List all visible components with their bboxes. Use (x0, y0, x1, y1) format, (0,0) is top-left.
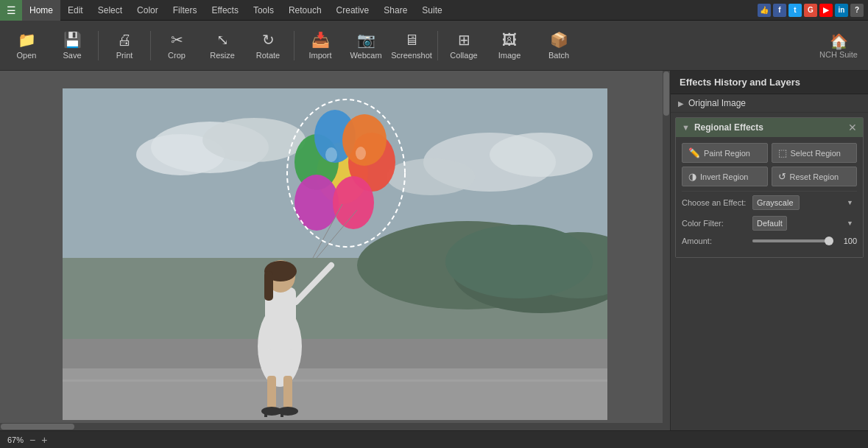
menu-effects[interactable]: Effects (204, 0, 245, 21)
reset-region-button[interactable]: ↺ Reset Region (772, 167, 858, 186)
panel-title: Effects History and Layers (671, 71, 868, 94)
open-icon: 📁 (18, 31, 36, 49)
save-button[interactable]: 💾 Save (50, 24, 94, 67)
color-filter-select-wrapper: Default Red Green Blue Yellow (752, 216, 857, 231)
select-region-button[interactable]: ⬚ Select Region (772, 143, 858, 163)
paint-region-button[interactable]: ✏️ Paint Region (682, 143, 768, 163)
image-button[interactable]: 🖼 Image (487, 24, 532, 67)
choose-effect-row: Choose an Effect: Grayscale Blur Sharpen… (682, 195, 857, 210)
canvas-horizontal-scrollbar[interactable] (0, 423, 663, 430)
toolbar-separator-2 (150, 31, 151, 60)
zoom-level: 67% (7, 435, 24, 444)
resize-button[interactable]: ⤡ Resize (200, 24, 244, 67)
menu-home[interactable]: Home (22, 0, 60, 21)
svg-point-6 (387, 158, 475, 195)
close-regional-effects-button[interactable]: ✕ (848, 122, 857, 133)
color-filter-label: Color Filter: (682, 219, 748, 228)
canvas-vertical-scrollbar[interactable] (663, 71, 670, 430)
twitter-icon[interactable]: t (788, 4, 802, 17)
svg-point-5 (490, 133, 593, 177)
collage-icon: ⊞ (458, 31, 470, 49)
import-button[interactable]: 📥 Import (298, 24, 342, 67)
crop-icon: ✂ (171, 31, 183, 49)
select-icon: ⬚ (778, 147, 787, 158)
webcam-button[interactable]: 📷 Webcam (344, 24, 388, 67)
zoom-minus-button[interactable]: − (29, 434, 35, 446)
divider (682, 191, 857, 192)
info-icon[interactable]: ? (850, 4, 864, 17)
linkedin-icon[interactable]: in (835, 4, 848, 17)
zoom-plus-button[interactable]: + (41, 434, 47, 446)
crop-button[interactable]: ✂ Crop (155, 24, 199, 67)
menu-filters[interactable]: Filters (166, 0, 205, 21)
menu-suite[interactable]: Suite (414, 0, 449, 21)
svg-point-37 (325, 147, 337, 162)
menu-select[interactable]: Select (91, 0, 130, 21)
collage-label: Collage (450, 51, 477, 60)
menubar-right: 👍 f t G ▶ in ? (758, 4, 868, 17)
thumbs-up-icon[interactable]: 👍 (758, 4, 771, 17)
paint-region-label: Paint Region (704, 149, 750, 158)
rotate-icon: ↻ (262, 31, 275, 49)
svg-point-33 (333, 176, 374, 229)
nch-suite-area: 🏠 NCH Suite (814, 29, 864, 62)
amount-label: Amount: (682, 237, 748, 245)
menu-edit[interactable]: Edit (60, 0, 91, 21)
regional-effects-title: Regional Effects (694, 122, 763, 133)
hamburger-menu[interactable]: ☰ (0, 0, 22, 21)
svg-rect-13 (63, 368, 607, 420)
facebook-icon[interactable]: f (773, 4, 786, 17)
invert-icon: ◑ (688, 171, 696, 182)
google-icon[interactable]: G (804, 4, 817, 17)
toolbar-separator-1 (98, 31, 99, 60)
menu-bar: ☰ Home Edit Select Color Filters Effects… (0, 0, 868, 21)
expand-arrow-icon: ▶ (678, 99, 684, 108)
open-button[interactable]: 📁 Open (4, 24, 49, 67)
svg-point-3 (202, 118, 306, 162)
screenshot-button[interactable]: 🖥 Screenshot (389, 24, 434, 67)
amount-slider-fill (752, 239, 832, 242)
hamburger-icon: ☰ (7, 4, 16, 16)
open-label: Open (17, 51, 37, 60)
svg-rect-21 (267, 376, 276, 409)
canvas-scrollbar-thumb-h[interactable] (1, 424, 74, 430)
batch-label: Batch (548, 51, 569, 60)
svg-point-11 (445, 225, 593, 298)
amount-row: Amount: 100 (682, 237, 857, 245)
canvas-area (0, 71, 670, 430)
amount-slider-thumb[interactable] (825, 237, 833, 245)
rotate-button[interactable]: ↻ Rotate (246, 24, 290, 67)
choose-effect-label: Choose an Effect: (682, 198, 748, 207)
batch-button[interactable]: 📦 Batch (533, 24, 585, 67)
print-icon: 🖨 (117, 32, 132, 49)
amount-value: 100 (836, 237, 857, 245)
effect-dropdown[interactable]: Grayscale Blur Sharpen Sepia Brightness … (752, 195, 800, 210)
amount-slider[interactable] (752, 239, 832, 242)
paint-icon: ✏️ (688, 147, 700, 158)
invert-region-label: Invert Region (700, 172, 748, 181)
print-button[interactable]: 🖨 Print (102, 24, 147, 67)
regional-effects-body: ✏️ Paint Region ⬚ Select Region ◑ Invert… (676, 137, 863, 257)
canvas-scrollbar-thumb-v[interactable] (663, 71, 669, 116)
invert-region-button[interactable]: ◑ Invert Region (682, 167, 768, 186)
color-filter-dropdown[interactable]: Default Red Green Blue Yellow (752, 216, 787, 231)
regional-effects-section: ▼ Regional Effects ✕ ✏️ Paint Region ⬚ S… (675, 117, 864, 258)
collage-button[interactable]: ⊞ Collage (442, 24, 486, 67)
resize-icon: ⤡ (216, 31, 229, 49)
screenshot-label: Screenshot (391, 51, 432, 60)
save-icon: 💾 (63, 31, 82, 49)
menu-retouch[interactable]: Retouch (281, 0, 329, 21)
menu-creative[interactable]: Creative (329, 0, 377, 21)
original-image-layer[interactable]: ▶ Original Image (671, 94, 868, 113)
menu-share[interactable]: Share (376, 0, 414, 21)
menu-tools[interactable]: Tools (246, 0, 281, 21)
regional-effects-header[interactable]: ▼ Regional Effects ✕ (676, 118, 863, 137)
nch-suite-logo: 🏠 NCH Suite (814, 29, 864, 62)
rotate-label: Rotate (256, 51, 280, 60)
import-label: Import (308, 51, 331, 60)
batch-icon: 📦 (550, 31, 568, 49)
webcam-label: Webcam (350, 51, 381, 60)
youtube-icon[interactable]: ▶ (819, 4, 833, 17)
menu-color[interactable]: Color (130, 0, 166, 21)
canvas-image[interactable] (63, 88, 607, 420)
